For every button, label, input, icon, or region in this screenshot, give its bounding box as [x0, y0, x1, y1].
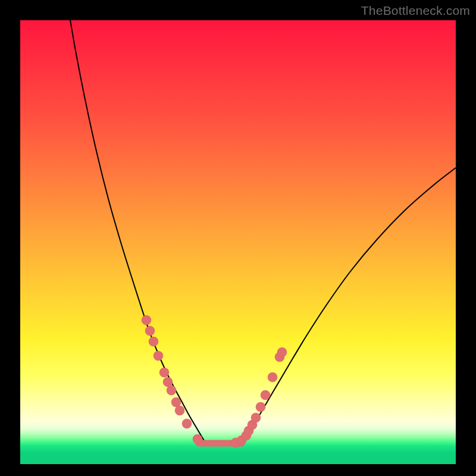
data-dot: [145, 326, 155, 336]
data-dot: [171, 397, 181, 407]
data-dot: [268, 372, 277, 382]
data-dot: [142, 315, 151, 325]
plot-area: [20, 20, 456, 464]
data-dots-right: [231, 352, 284, 447]
data-dot: [149, 337, 158, 346]
data-dot: [154, 351, 163, 361]
curve-left-branch: [70, 20, 205, 441]
data-dot: [182, 419, 192, 428]
data-dot-lone: [277, 347, 287, 357]
data-dot: [175, 406, 184, 415]
chart-frame: TheBottleneck.com: [0, 0, 476, 476]
watermark-text: TheBottleneck.com: [361, 4, 470, 18]
data-dot: [261, 390, 270, 400]
data-dot: [167, 386, 176, 395]
curve-layer: [20, 20, 456, 464]
data-dot: [193, 434, 202, 444]
data-dots-left: [142, 315, 202, 444]
curve-right-branch: [240, 168, 456, 443]
data-dot: [163, 377, 173, 387]
data-dot: [256, 402, 265, 412]
data-dot: [159, 368, 169, 377]
data-dot: [251, 413, 261, 422]
